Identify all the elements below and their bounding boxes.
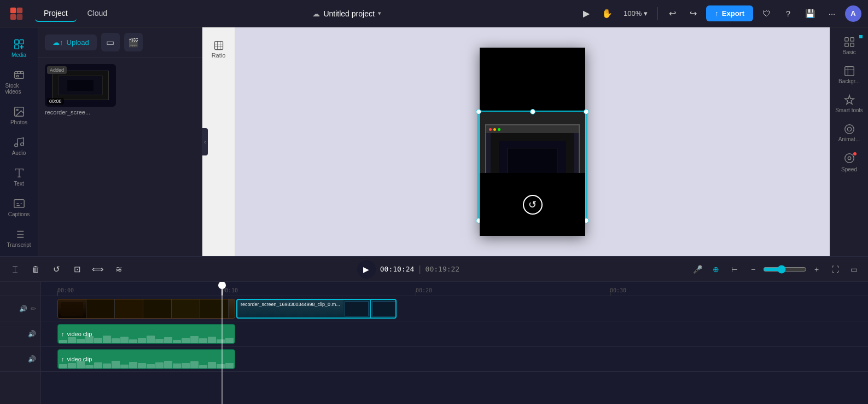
right-item-animate-label: Animat...	[838, 136, 860, 142]
thumb-6	[200, 299, 229, 318]
svg-rect-15	[214, 42, 223, 50]
track-row-audio2: ↑ video clip	[41, 347, 868, 372]
zoom-out-button[interactable]: −	[745, 262, 761, 277]
video-preview[interactable]: ↺	[480, 48, 585, 236]
right-item-background[interactable]: Backgr...	[833, 61, 866, 89]
total-timecode: 00:19:22	[426, 265, 460, 273]
tab-group: Project Cloud	[35, 5, 116, 22]
sidebar-item-audio[interactable]: Audio	[3, 132, 35, 160]
avatar[interactable]: A	[845, 5, 861, 22]
wb2-20	[225, 363, 234, 368]
wb2-14	[173, 363, 181, 368]
clip-audio-2[interactable]: ↑ video clip	[57, 349, 235, 369]
ruler-mark-30: 00:30	[610, 287, 626, 293]
screen-thumb-2	[371, 300, 395, 318]
collapse-panel-handle[interactable]: ‹	[202, 128, 208, 155]
media-item-recorder-screen[interactable]: Added 00:08 recorder_scree...	[45, 64, 116, 116]
split-tool-button[interactable]: ⌶	[7, 261, 23, 278]
clip-audio-1[interactable]: ↑ video clip	[57, 324, 235, 344]
right-item-animate[interactable]: Animat...	[833, 119, 866, 147]
tab-project[interactable]: Project	[35, 5, 77, 22]
center-button[interactable]: ⊢	[727, 262, 742, 277]
wb2-5	[94, 362, 102, 368]
tablet-button[interactable]: ▭	[101, 33, 120, 51]
svg-rect-17	[850, 38, 853, 41]
wb2-11	[147, 364, 155, 368]
project-name[interactable]: ☁ Untitled project ▾	[308, 7, 385, 20]
screen-mode-button[interactable]: ▭	[846, 262, 861, 277]
ruler-spacer	[0, 282, 40, 296]
playhead-ruler	[222, 282, 223, 296]
more-button[interactable]: ···	[823, 5, 841, 22]
tab-cloud[interactable]: Cloud	[79, 5, 116, 22]
export-icon: ↑	[715, 9, 719, 18]
track-label-video1: 🔊 ✏	[0, 296, 40, 321]
export-label: Export	[722, 9, 744, 18]
svg-point-12	[20, 143, 24, 146]
audio-waveform	[58, 334, 235, 343]
multitrack-tool-button[interactable]: ≋	[110, 261, 127, 278]
project-title: Untitled project	[323, 9, 374, 18]
clip-thumbnails	[58, 299, 235, 318]
sidebar-item-stock[interactable]: Stock videos	[3, 65, 35, 99]
sidebar-item-captions[interactable]: Captions	[3, 193, 35, 222]
zoom-range-input[interactable]	[763, 265, 807, 274]
flip-tool-button[interactable]: ⟺	[90, 261, 106, 278]
right-item-speed[interactable]: Speed	[833, 148, 866, 177]
wb2-4	[85, 365, 94, 368]
upload-button[interactable]: ☁↑ Upload	[45, 34, 97, 50]
timeline-play-button[interactable]: ▶	[357, 260, 376, 279]
right-item-smart[interactable]: Smart tools	[833, 90, 866, 118]
svg-rect-20	[844, 67, 854, 76]
camera-button[interactable]: 🎬	[124, 33, 143, 51]
wb-7	[112, 338, 120, 343]
dropdown-icon: ▾	[378, 10, 381, 17]
right-item-basic[interactable]: Basic	[833, 32, 866, 60]
loop-tool-button[interactable]: ↺	[48, 261, 65, 278]
video-top-black	[480, 48, 585, 111]
app-logo	[7, 4, 26, 24]
audio-waveform-2	[58, 360, 235, 368]
upload-icon: ☁↑	[53, 38, 63, 47]
shield-button[interactable]: 🛡	[758, 5, 775, 22]
wb2-19	[217, 364, 225, 368]
delete-tool-button[interactable]: 🗑	[27, 261, 44, 278]
wb2-10	[138, 363, 146, 368]
clip-screen-recorder[interactable]: recorder_screen_1698300344998_clip_0.m..…	[236, 299, 397, 319]
wb-13	[164, 337, 172, 343]
timeline-ruler-area: 00:00 00:10 00:20 00:30	[41, 282, 868, 404]
zoom-in-button[interactable]: +	[809, 262, 824, 277]
svg-rect-1	[17, 7, 23, 13]
clip-video-main[interactable]	[57, 299, 235, 319]
crop-tool-button[interactable]: ⊡	[69, 261, 85, 278]
sidebar-item-media[interactable]: Media	[3, 34, 35, 62]
export-button[interactable]: ↑ Export	[706, 5, 753, 21]
media-toolbar: ☁↑ Upload ▭ 🎬	[38, 27, 202, 57]
fullscreen-button[interactable]: ⛶	[828, 262, 843, 277]
right-item-smart-label: Smart tools	[835, 107, 863, 113]
svg-point-10	[16, 109, 18, 111]
track-volume-icon[interactable]: 🔊	[19, 305, 27, 313]
save-button[interactable]: 💾	[801, 5, 819, 22]
ratio-button[interactable]: Ratio	[206, 36, 232, 62]
timeline-toolbar: ⌶ 🗑 ↺ ⊡ ⟺ ≋ ▶ 00:10:24 | 00:19:22 🎤 ⊕ ⊢ …	[0, 257, 868, 282]
redo-button[interactable]: ↪	[684, 5, 702, 22]
track-volume-icon-2[interactable]: 🔊	[28, 330, 36, 338]
sidebar-item-text[interactable]: Text	[3, 163, 35, 191]
refresh-center-icon[interactable]: ↺	[523, 195, 543, 215]
sidebar-item-photos[interactable]: Photos	[3, 101, 35, 130]
sidebar-item-transcript[interactable]: Transcript	[3, 224, 35, 252]
track-edit-icon[interactable]: ✏	[31, 305, 36, 313]
track-volume-icon-3[interactable]: 🔊	[28, 355, 36, 363]
screen-clip-content: recorder_screen_1698300344998_clip_0.m..…	[237, 300, 395, 318]
play-tool-button[interactable]: ▶	[578, 5, 595, 22]
wb-4	[85, 336, 94, 343]
help-button[interactable]: ?	[779, 5, 797, 22]
mic-button[interactable]: 🎤	[690, 262, 705, 277]
magnet-button[interactable]: ⊕	[708, 262, 724, 277]
hand-tool-button[interactable]: ✋	[598, 5, 616, 22]
undo-button[interactable]: ↩	[663, 5, 681, 22]
sidebar-item-label-text: Text	[14, 181, 24, 187]
zoom-control[interactable]: 100% ▾	[619, 7, 652, 20]
ruler-mark-0: 00:00	[57, 287, 74, 293]
